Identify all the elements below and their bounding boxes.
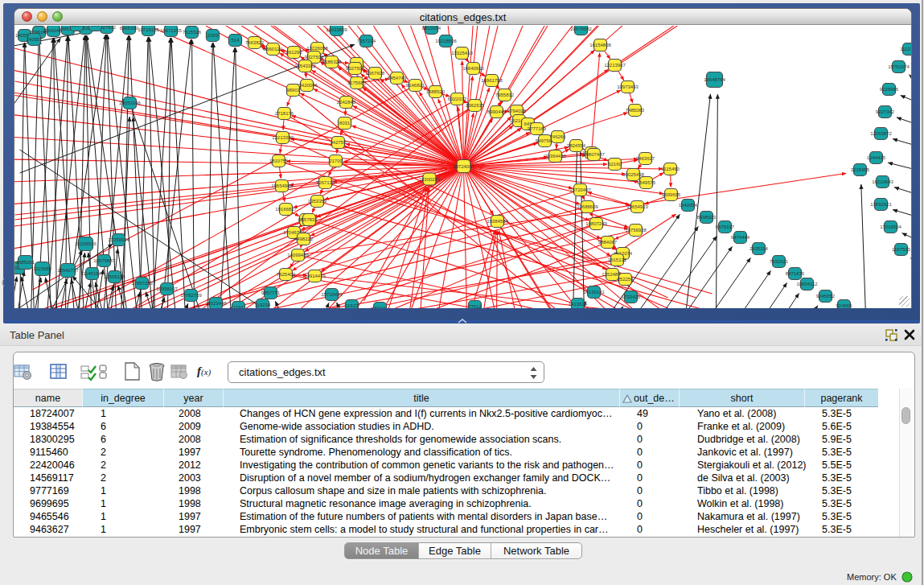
- svg-text:4498222: 4498222: [294, 237, 314, 241]
- svg-text:16154808: 16154808: [589, 43, 611, 47]
- svg-text:1588520: 1588520: [426, 89, 446, 94]
- svg-text:16640910: 16640910: [462, 66, 484, 71]
- svg-text:13692921: 13692921: [870, 202, 892, 207]
- svg-text:1353359: 1353359: [308, 199, 327, 204]
- svg-text:8186328: 8186328: [322, 60, 342, 64]
- svg-text:20206516: 20206516: [75, 241, 97, 246]
- svg-text:11923448: 11923448: [205, 301, 227, 306]
- svg-text:8471676: 8471676: [786, 271, 805, 276]
- svg-text:514: 514: [231, 38, 240, 43]
- svg-text:19384554: 19384554: [487, 219, 508, 224]
- svg-text:9777169: 9777169: [528, 126, 547, 131]
- svg-text:12942737: 12942737: [57, 268, 79, 273]
- svg-text:16033809: 16033809: [326, 27, 347, 32]
- svg-text:1187: 1187: [72, 26, 83, 27]
- svg-text:3267130: 3267130: [316, 180, 335, 185]
- svg-text:98901: 98901: [286, 88, 300, 93]
- svg-text:7485063: 7485063: [626, 108, 645, 113]
- svg-text:14099489: 14099489: [287, 253, 309, 257]
- svg-text:2069: 2069: [207, 33, 219, 38]
- svg-text:10654112: 10654112: [796, 282, 818, 286]
- svg-text:29053346: 29053346: [119, 101, 141, 105]
- svg-text:1115689: 1115689: [33, 266, 51, 271]
- svg-text:1685061: 1685061: [16, 260, 35, 265]
- svg-text:6794028: 6794028: [507, 109, 527, 113]
- svg-text:119234: 119234: [255, 303, 271, 307]
- svg-text:16210643: 16210643: [872, 179, 893, 184]
- svg-text:12093872: 12093872: [870, 131, 892, 136]
- svg-text:15720407: 15720407: [569, 187, 591, 192]
- svg-text:20478682: 20478682: [570, 27, 592, 31]
- svg-text:252254: 252254: [617, 277, 634, 282]
- svg-text:7955812: 7955812: [495, 93, 515, 97]
- svg-text:924565: 924565: [836, 303, 852, 308]
- svg-text:9146821: 9146821: [406, 83, 425, 88]
- svg-text:12213967: 12213967: [604, 63, 626, 68]
- svg-text:16961758: 16961758: [481, 78, 503, 83]
- svg-text:1192: 1192: [233, 305, 244, 308]
- svg-text:77612: 77612: [468, 304, 482, 308]
- svg-text:8990443: 8990443: [487, 109, 507, 114]
- svg-text:9227342: 9227342: [876, 109, 895, 114]
- svg-text:15300293: 15300293: [419, 177, 441, 182]
- svg-text:10025458: 10025458: [622, 172, 644, 177]
- svg-text:942755: 942755: [330, 140, 347, 145]
- svg-text:9474444: 9474444: [731, 235, 750, 240]
- svg-text:9699695: 9699695: [662, 192, 681, 197]
- svg-text:15716485: 15716485: [321, 292, 343, 297]
- svg-text:62160: 62160: [608, 162, 622, 167]
- svg-text:18807249: 18807249: [585, 221, 607, 226]
- svg-text:8938923: 8938923: [697, 215, 717, 220]
- svg-text:9463627: 9463627: [636, 156, 655, 161]
- svg-text:16671355: 16671355: [160, 28, 182, 33]
- svg-text:8214: 8214: [375, 306, 386, 308]
- svg-text:18724007: 18724007: [453, 164, 474, 169]
- svg-text:1413614: 1413614: [569, 302, 588, 307]
- svg-text:10719155: 10719155: [138, 27, 159, 32]
- svg-text:1244415: 1244415: [867, 155, 886, 160]
- svg-text:19756928: 19756928: [625, 228, 647, 233]
- svg-text:1145194: 1145194: [83, 271, 102, 276]
- svg-text:7515526: 7515526: [183, 30, 202, 35]
- svg-text:9129966: 9129966: [880, 87, 899, 92]
- svg-text:9327505: 9327505: [305, 55, 324, 60]
- svg-text:7357234: 7357234: [357, 39, 376, 43]
- svg-text:9884067: 9884067: [598, 240, 618, 245]
- svg-text:6679197: 6679197: [716, 225, 735, 229]
- svg-text:3824554: 3824554: [567, 143, 586, 148]
- svg-text:20364436: 20364436: [544, 154, 566, 159]
- svg-text:557833: 557833: [301, 217, 318, 222]
- svg-text:9327504: 9327504: [346, 66, 365, 71]
- svg-text:9245652: 9245652: [816, 294, 836, 299]
- svg-text:11923: 11923: [345, 303, 359, 308]
- svg-text:10688609: 10688609: [577, 204, 598, 209]
- svg-text:21700: 21700: [329, 159, 343, 163]
- svg-text:1615132: 1615132: [608, 257, 627, 262]
- svg-text:10975887: 10975887: [93, 258, 115, 263]
- svg-text:2242845: 2242845: [337, 100, 356, 105]
- svg-text:9115460: 9115460: [661, 167, 680, 171]
- svg-text:10807487: 10807487: [583, 152, 605, 157]
- svg-text:8031: 8031: [339, 121, 351, 126]
- svg-text:15751074: 15751074: [888, 64, 910, 69]
- svg-text:16543362: 16543362: [294, 64, 316, 68]
- svg-text:7632621: 7632621: [770, 259, 789, 264]
- svg-text:7625402: 7625402: [277, 272, 296, 277]
- svg-text:9857771: 9857771: [261, 290, 281, 295]
- svg-text:17016504: 17016504: [880, 225, 901, 229]
- svg-text:19654923: 19654923: [626, 204, 648, 209]
- svg-text:19654985: 19654985: [271, 183, 293, 188]
- svg-text:2935114: 2935114: [749, 246, 769, 251]
- svg-text:7663822: 7663822: [245, 40, 265, 45]
- svg-text:1549575: 1549575: [637, 180, 656, 185]
- svg-text:140557: 140557: [26, 37, 43, 42]
- svg-text:3215955: 3215955: [851, 167, 870, 172]
- svg-text:8660124: 8660124: [264, 47, 283, 51]
- svg-text:8454749: 8454749: [388, 76, 407, 80]
- svg-text:13325419: 13325419: [451, 51, 473, 56]
- svg-text:2718176: 2718176: [275, 111, 294, 116]
- svg-text:1810755: 1810755: [269, 159, 289, 163]
- svg-text:14914479: 14914479: [304, 274, 326, 278]
- svg-text:891295: 891295: [285, 50, 302, 55]
- svg-text:10782759: 10782759: [180, 293, 202, 298]
